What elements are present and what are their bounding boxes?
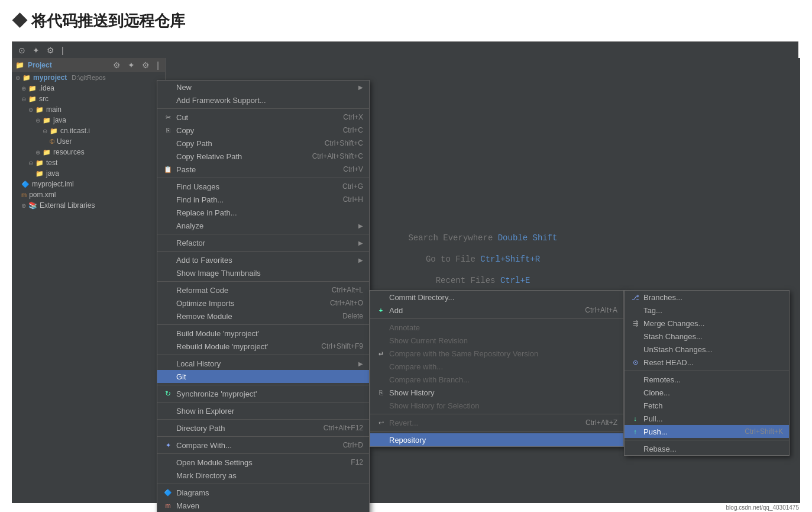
paste-icon: 📋	[163, 165, 173, 174]
hint-search: Search Everywhere Double Shift	[408, 233, 557, 243]
clone-icon	[630, 388, 640, 397]
tree-item-pom[interactable]: m pom.xml	[12, 189, 165, 200]
toolbar-icon-4[interactable]: |	[59, 44, 66, 56]
find-usages-icon	[163, 182, 173, 191]
folder-icon: 📁	[22, 74, 31, 82]
menu-new[interactable]: New ▶	[157, 80, 369, 94]
menu-add[interactable]: + Add Ctrl+Alt+A	[370, 304, 623, 317]
copy-rel-icon	[163, 152, 173, 161]
revert-icon: ↩	[376, 418, 386, 427]
tree-item-resources[interactable]: ⊕ 📁 resources	[12, 147, 165, 157]
tree-item-src[interactable]: ⊖ 📁 src	[12, 94, 165, 104]
explorer-icon	[163, 406, 173, 416]
menu-git[interactable]: Git	[157, 370, 369, 383]
sep-12	[157, 453, 369, 454]
menu-tag[interactable]: Tag...	[625, 304, 789, 317]
analyze-arrow: ▶	[358, 223, 363, 229]
menu-remove-module[interactable]: Remove Module Delete	[157, 310, 369, 323]
stash-icon	[630, 331, 640, 341]
menu-fetch[interactable]: Fetch	[625, 399, 789, 412]
tree-item-cn-itcast[interactable]: ⊖ 📁 cn.itcast.i	[12, 125, 165, 136]
menu-unstash[interactable]: UnStash Changes...	[625, 343, 789, 356]
menu-maven[interactable]: m Maven	[157, 499, 369, 512]
menu-image-thumbnails[interactable]: Show Image Thumbnails	[157, 266, 369, 279]
pull-icon: ↓	[630, 414, 640, 423]
tree-item-idea[interactable]: ⊕ 📁 .idea	[12, 83, 165, 94]
toolbar-icon-2[interactable]: ✦	[30, 44, 42, 56]
menu-find-in-path[interactable]: Find in Path... Ctrl+H	[157, 193, 369, 206]
tree-item-external[interactable]: ⊕ 📚 External Libraries	[12, 200, 165, 211]
menu-build-module[interactable]: Build Module 'myproject'	[157, 327, 369, 340]
menu-cut[interactable]: ✂Cut Ctrl+X	[157, 111, 369, 124]
favorites-icon	[163, 255, 173, 265]
sep-8	[157, 385, 369, 385]
panel-gear-icon[interactable]: ⚙	[111, 59, 123, 71]
menu-replace-in-path[interactable]: Replace in Path...	[157, 206, 369, 219]
menu-reset-head[interactable]: ⊙ Reset HEAD...	[625, 356, 789, 369]
menu-rebuild-module[interactable]: Rebuild Module 'myproject' Ctrl+Shift+F9	[157, 340, 369, 353]
tree-item-test-java[interactable]: 📁 java	[12, 168, 165, 179]
settings-icon	[163, 458, 173, 467]
menu-open-settings[interactable]: Open Module Settings F12	[157, 456, 369, 469]
menu-reformat[interactable]: Reformat Code Ctrl+Alt+L	[157, 284, 369, 297]
menu-directory-path[interactable]: Directory Path Ctrl+Alt+F12	[157, 421, 369, 434]
menu-branches[interactable]: ⎇ Branches...	[625, 291, 789, 304]
menu-remotes[interactable]: Remotes...	[625, 373, 789, 386]
panel-plus-icon[interactable]: ✦	[125, 59, 137, 71]
sep-4	[157, 251, 369, 252]
menu-paste[interactable]: 📋Paste Ctrl+V	[157, 163, 369, 176]
menu-copy[interactable]: ⎘Copy Ctrl+C	[157, 124, 369, 137]
menu-optimize-imports[interactable]: Optimize Imports Ctrl+Alt+O	[157, 297, 369, 310]
ide-toolbar: ⊙ ✦ ⚙ |	[12, 42, 798, 59]
toolbar-icon-1[interactable]: ⊙	[16, 44, 28, 56]
reformat-shortcut: Ctrl+Alt+L	[332, 286, 363, 294]
main-folder-icon: 📁	[35, 106, 44, 114]
menu-local-history[interactable]: Local History ▶	[157, 357, 369, 370]
menu-mark-dir[interactable]: Mark Directory as	[157, 469, 369, 482]
menu-pull[interactable]: ↓ Pull...	[625, 412, 789, 425]
menu-repository[interactable]: Repository	[370, 433, 623, 446]
optimize-icon	[163, 298, 173, 308]
menu-merge-changes[interactable]: ⇶ Merge Changes...	[625, 317, 789, 330]
menu-synchronize[interactable]: ↻ Synchronize 'myproject'	[157, 387, 369, 400]
menu-diagrams[interactable]: 🔷 Diagrams	[157, 486, 369, 499]
analyze-icon	[163, 221, 173, 230]
sep-1	[157, 108, 369, 109]
toolbar-icon-3[interactable]: ⚙	[44, 44, 57, 56]
tree-item-user[interactable]: © User	[12, 136, 165, 147]
framework-icon	[163, 95, 173, 105]
menu-clone[interactable]: Clone...	[625, 386, 789, 399]
src-folder-icon: 📁	[28, 95, 37, 103]
panel-chevron-icon[interactable]: |	[154, 59, 161, 71]
pom-file-icon: m	[21, 191, 27, 198]
menu-rebase[interactable]: Rebase...	[625, 442, 789, 455]
tree-item-test[interactable]: ⊖ 📁 test	[12, 157, 165, 168]
tree-item-main[interactable]: ⊖ 📁 main	[12, 104, 165, 115]
menu-compare-with-2: Compare with...	[370, 360, 623, 373]
menu-refactor[interactable]: Refactor ▶	[157, 236, 369, 249]
panel-settings-icon[interactable]: ⚙	[140, 59, 152, 71]
tree-item-java[interactable]: ⊖ 📁 java	[12, 115, 165, 125]
menu-copy-relative-path[interactable]: Copy Relative Path Ctrl+Alt+Shift+C	[157, 150, 369, 163]
menu-show-history[interactable]: ⎘ Show History	[370, 386, 623, 399]
tree-item-root[interactable]: ⊖ 📁 myproject D:\gitRepos	[12, 72, 165, 83]
maven-icon: m	[163, 501, 173, 510]
context-menu-repository: ⎇ Branches... Tag... ⇶ Merge Changes... …	[624, 290, 790, 456]
menu-add-favorites[interactable]: Add to Favorites ▶	[157, 253, 369, 266]
menu-add-framework[interactable]: Add Framework Support...	[157, 94, 369, 107]
menu-compare-with[interactable]: ✦ Compare With... Ctrl+D	[157, 439, 369, 452]
menu-commit-dir[interactable]: Commit Directory...	[370, 291, 623, 304]
copy-path-icon	[163, 139, 173, 148]
menu-show-explorer[interactable]: Show in Explorer	[157, 404, 369, 417]
menu-find-usages[interactable]: Find Usages Ctrl+G	[157, 180, 369, 193]
sep-5	[157, 281, 369, 282]
menu-copy-path[interactable]: Copy Path Ctrl+Shift+C	[157, 137, 369, 150]
tree-item-iml[interactable]: 🔷 myproject.iml	[12, 179, 165, 189]
sep-10	[157, 419, 369, 420]
repo-sep-2	[625, 440, 789, 440]
java-file-icon: ©	[50, 138, 54, 145]
menu-push[interactable]: ↑ Push... Ctrl+Shift+K	[625, 425, 789, 438]
menu-stash[interactable]: Stash Changes...	[625, 330, 789, 343]
tag-icon	[630, 305, 640, 315]
menu-analyze[interactable]: Analyze ▶	[157, 219, 369, 232]
